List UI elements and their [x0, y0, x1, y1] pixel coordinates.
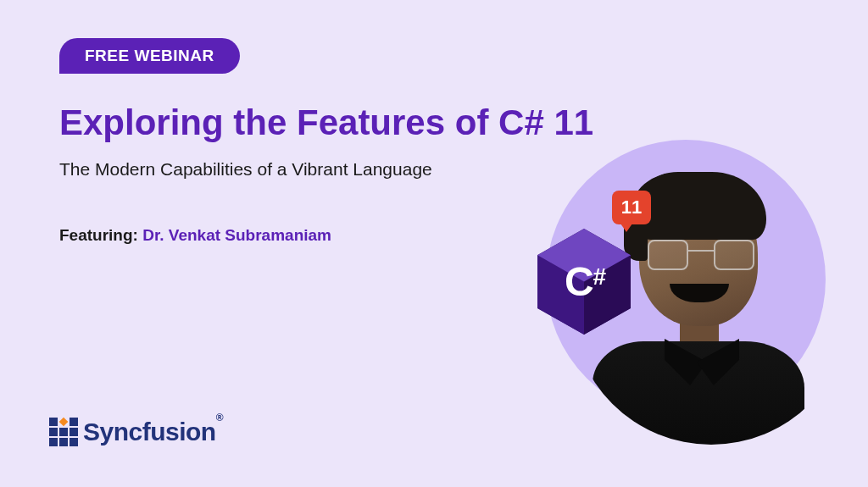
csharp-letter: C — [565, 258, 593, 305]
webinar-badge: FREE WEBINAR — [59, 38, 240, 74]
syncfusion-logo: Syncfusion® — [49, 418, 223, 446]
csharp-logo-icon: C# — [537, 229, 631, 335]
webinar-promo-card: FREE WEBINAR Exploring the Features of C… — [0, 0, 868, 487]
speaker-name: Dr. Venkat Subramaniam — [142, 226, 331, 244]
syncfusion-logo-text: Syncfusion® — [83, 418, 223, 446]
version-badge: 11 — [612, 191, 651, 224]
syncfusion-logo-icon — [49, 418, 78, 446]
csharp-hash: # — [593, 263, 605, 291]
featuring-label: Featuring: — [59, 226, 142, 244]
speaker-graphic: 11 C# — [520, 123, 826, 428]
